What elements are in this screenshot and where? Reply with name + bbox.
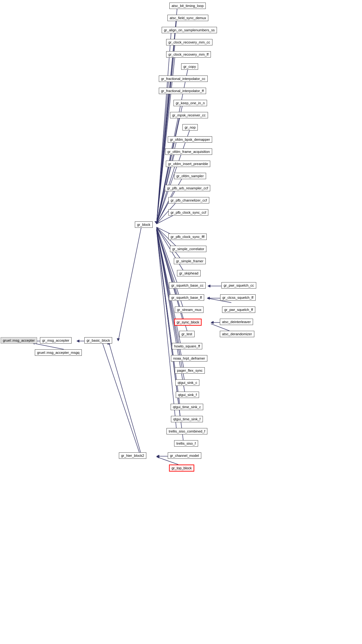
node-gr-squelch-base-cc[interactable]: gr_squelch_base_cc <box>169 282 206 289</box>
node-gr-mpsk-receiver-cc[interactable]: gr_mpsk_receiver_cc <box>170 112 208 118</box>
node-qtgui-sink-c[interactable]: qtgui_sink_c <box>175 379 199 386</box>
node-trellis-siso-f[interactable]: trellis_siso_f <box>174 440 198 447</box>
svg-line-2 <box>157 19 177 224</box>
node-gr-pfb-clock-sync-fff[interactable]: gr_pfb_clock_sync_fff <box>168 234 207 240</box>
svg-marker-58 <box>157 456 159 458</box>
svg-marker-48 <box>77 340 79 342</box>
node-gr-test[interactable]: gr_test <box>179 331 195 337</box>
node-gr-ofdm-sampler[interactable]: gr_ofdm_sampler <box>174 173 206 179</box>
svg-line-16 <box>157 189 175 224</box>
svg-marker-46 <box>117 338 119 341</box>
node-noaa-hrpt-deframer[interactable]: noaa_hrpt_deframer <box>171 355 207 362</box>
svg-marker-56 <box>157 455 159 457</box>
node-atsc-field-sync-demux[interactable]: atsc_field_sync_demux <box>167 15 208 21</box>
diagram-container: atsc_bit_timing_loop atsc_field_sync_dem… <box>0 0 362 644</box>
node-gr-nop[interactable]: gr_nop <box>182 124 198 131</box>
node-qtgui-sink-f[interactable]: qtgui_sink_f <box>176 392 199 398</box>
svg-line-8 <box>157 91 169 224</box>
node-gr-fractional-interpolator-cc[interactable]: gr_fractional_interpolator_cc <box>159 76 208 82</box>
svg-marker-43 <box>211 321 213 324</box>
node-gr-ctcss-squelch-ff[interactable]: gr_ctcss_squelch_ff <box>220 294 256 301</box>
svg-line-10 <box>157 116 180 224</box>
svg-line-45 <box>118 226 142 341</box>
svg-line-51 <box>32 343 64 349</box>
node-gr-clock-recovery-mm-ff[interactable]: gr_clock_recovery_mm_ff <box>166 51 211 58</box>
node-gr-simple-correlator[interactable]: gr_simple_correlator <box>170 246 206 252</box>
svg-line-53 <box>109 342 141 452</box>
node-qtgui-time-sink-c[interactable]: qtgui_time_sink_c <box>171 404 203 410</box>
node-gr-sync-block[interactable]: gr_sync_block <box>174 319 202 326</box>
node-gr-pwr-squelch-ff[interactable]: gr_pwr_squelch_ff <box>222 306 255 313</box>
node-gruel-msg-accepter-msgq[interactable]: gruel::msg_accepter_msgq <box>35 349 82 356</box>
svg-line-3 <box>157 31 171 224</box>
node-gr-channel-model[interactable]: gr_channel_model <box>168 452 201 459</box>
svg-marker-1 <box>155 221 158 224</box>
node-gr-pfb-clock-sync-ccf[interactable]: gr_pfb_clock_sync_ccf <box>168 209 208 216</box>
node-gr-ofdm-bpsk-demapper[interactable]: gr_ofdm_bpsk_demapper <box>168 136 212 143</box>
node-gruel-msg-accepter[interactable]: gruel::msg_accepter <box>1 337 37 344</box>
svg-line-59 <box>102 342 141 456</box>
node-gr-skiphead[interactable]: gr_skiphead <box>177 270 201 276</box>
node-howto-square-ff[interactable]: howto_square_ff <box>172 343 202 349</box>
node-atsc-bit-timing-loop[interactable]: atsc_bit_timing_loop <box>169 3 206 9</box>
node-gr-ofdm-frame-acquisition[interactable]: gr_ofdm_frame_acquisition <box>165 148 212 155</box>
node-gr-fractional-interpolator-ff[interactable]: gr_fractional_interpolator_ff <box>159 88 206 94</box>
node-gr-clock-recovery-mm-cc[interactable]: gr_clock_recovery_mm_cc <box>166 39 212 45</box>
node-atsc-deinterleaver[interactable]: atsc_deinterleaver <box>220 319 253 325</box>
node-pager-flex-sync[interactable]: pager_flex_sync <box>175 367 205 374</box>
node-qtgui-time-sink-f[interactable]: qtgui_time_sink_f <box>171 416 203 422</box>
node-gr-block[interactable]: gr_block <box>135 221 153 228</box>
node-gr-ofdm-insert-preamble[interactable]: gr_ofdm_insert_preamble <box>166 161 210 167</box>
node-gr-stream-mux[interactable]: gr_stream_mux <box>175 306 204 313</box>
node-gr-copy[interactable]: gr_copy <box>181 63 198 70</box>
node-gr-squelch-base-ff[interactable]: gr_squelch_base_ff <box>169 294 204 301</box>
node-gr-pfb-arb-resampler-ccf[interactable]: gr_pfb_arb_resampler_ccf <box>165 185 210 191</box>
node-gr-msg-accepter[interactable]: gr_msg_accepter <box>40 337 72 344</box>
node-gr-pfb-channelizer-ccf[interactable]: gr_pfb_channelizer_ccf <box>168 197 209 203</box>
node-gr-hier-block2[interactable]: gr_hier_block2 <box>119 452 146 459</box>
node-gr-keep-one-in-n[interactable]: gr_keep_one_in_n <box>173 100 207 106</box>
node-trellis-siso-combined-f[interactable]: trellis_siso_combined_f <box>166 428 207 434</box>
svg-line-21 <box>157 227 183 262</box>
svg-marker-40 <box>207 297 210 299</box>
node-gr-basic-block[interactable]: gr_basic_block <box>84 337 112 344</box>
node-gr-simple-framer[interactable]: gr_simple_framer <box>174 258 206 264</box>
node-atsc-derandomizer[interactable]: atsc_derandomizer <box>220 331 254 337</box>
node-gr-align-on-samplenumbers-ss[interactable]: gr_align_on_samplenumbers_ss <box>162 27 217 33</box>
svg-marker-38 <box>208 285 210 287</box>
node-gr-top-block[interactable]: gr_top_block <box>169 465 194 472</box>
node-gr-pwr-squelch-cc[interactable]: gr_pwr_squelch_cc <box>221 282 256 289</box>
